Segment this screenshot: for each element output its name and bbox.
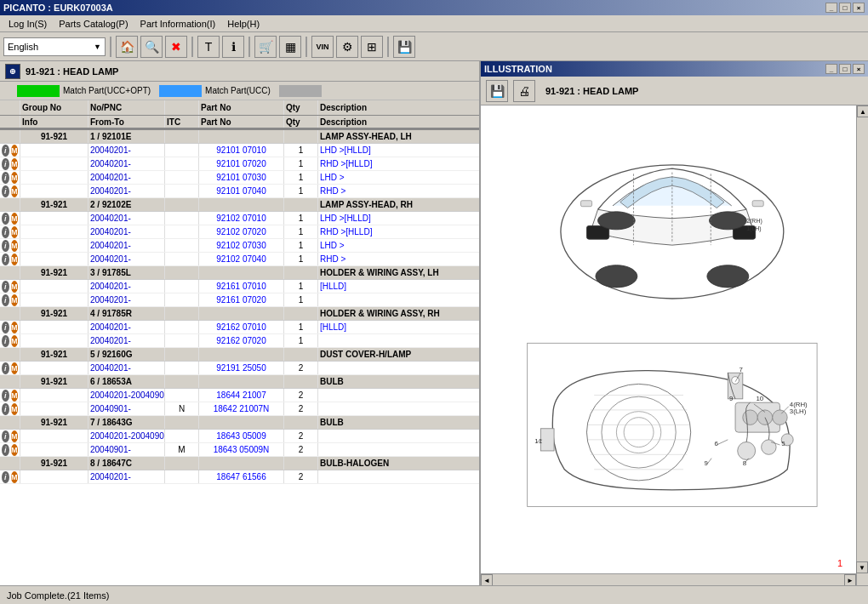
- cell-from-to[interactable]: 20040201-: [89, 239, 165, 252]
- from-to-link[interactable]: 20040201-: [90, 159, 131, 168]
- info-button[interactable]: ℹ: [222, 36, 244, 58]
- illustration-scrollbar-right[interactable]: ▲ ▼: [856, 105, 868, 585]
- m-icon[interactable]: M: [11, 254, 19, 265]
- info-icon[interactable]: i: [2, 158, 9, 170]
- part-row[interactable]: i M 20040201- 18647 61566 2: [0, 470, 479, 484]
- cell-part-no[interactable]: 92162 07020: [199, 334, 284, 347]
- cart-button[interactable]: 🛒: [254, 36, 277, 58]
- cell-part-no[interactable]: 18643 05009N: [199, 443, 284, 456]
- cell-part-no[interactable]: 18644 21007: [199, 389, 284, 402]
- part-no-text[interactable]: 92162 07010: [216, 322, 266, 332]
- scroll-right-arrow[interactable]: ►: [844, 574, 856, 585]
- part-no-text[interactable]: 92101 07040: [216, 186, 266, 196]
- part-no-text[interactable]: 18642 21007N: [214, 404, 270, 413]
- part-row[interactable]: i M 20040201- 92161 07010 1 [HLLD]: [0, 280, 479, 293]
- from-to-link[interactable]: 20040201-: [90, 173, 131, 182]
- info-icon[interactable]: i: [2, 240, 9, 252]
- from-to-link[interactable]: 20040201-: [90, 241, 131, 250]
- text-button[interactable]: T: [197, 36, 220, 58]
- cell-part-no[interactable]: 92162 07010: [199, 321, 284, 333]
- cell-part-no[interactable]: 92101 07020: [199, 157, 284, 170]
- part-row[interactable]: i M 20040201- 92162 07020 1: [0, 334, 479, 348]
- menu-part-info[interactable]: Part Information(I): [135, 17, 221, 31]
- part-no-text[interactable]: 92101 07020: [216, 159, 266, 168]
- part-no-text[interactable]: 18643 05009N: [214, 445, 270, 454]
- vin-button[interactable]: VIN: [311, 36, 334, 58]
- info-icon[interactable]: i: [2, 254, 9, 265]
- delete-button[interactable]: ✖: [165, 36, 187, 58]
- menu-login[interactable]: Log In(S): [3, 17, 52, 31]
- cell-from-to[interactable]: 20040201-: [89, 225, 165, 238]
- m-icon[interactable]: M: [11, 390, 19, 402]
- minimize-button[interactable]: _: [825, 3, 837, 13]
- menu-help[interactable]: Help(H): [222, 17, 265, 31]
- part-no-text[interactable]: 92101 07030: [216, 173, 266, 182]
- cell-from-to[interactable]: 20040201-: [89, 334, 165, 347]
- m-icon[interactable]: M: [11, 145, 19, 157]
- info-icon[interactable]: i: [2, 444, 9, 456]
- part-row[interactable]: i M 20040901- M 18643 05009N 2: [0, 443, 479, 457]
- cell-from-to[interactable]: 20040201-: [89, 253, 165, 265]
- cell-from-to[interactable]: 20040201-: [89, 157, 165, 170]
- info-icon[interactable]: i: [2, 145, 9, 157]
- from-to-link[interactable]: 20040201-2004090: [90, 390, 164, 400]
- illus-window-controls[interactable]: _ □ ×: [825, 64, 865, 74]
- search-button[interactable]: 🔍: [140, 36, 163, 58]
- from-to-link[interactable]: 20040201-: [90, 254, 131, 264]
- cell-from-to[interactable]: 20040201-: [89, 293, 165, 306]
- cell-from-to[interactable]: 20040201-: [89, 212, 165, 225]
- cell-part-no[interactable]: 92101 07040: [199, 185, 284, 197]
- m-icon[interactable]: M: [11, 185, 19, 197]
- part-no-text[interactable]: 92102 07040: [216, 254, 266, 264]
- m-icon[interactable]: M: [11, 471, 19, 483]
- part-no-text[interactable]: 92161 07010: [216, 282, 266, 291]
- cell-from-to[interactable]: 20040201-: [89, 171, 165, 184]
- cell-part-no[interactable]: 92102 07030: [199, 239, 284, 252]
- part-row[interactable]: i M 20040201-2004090 18643 05009 2: [0, 430, 479, 443]
- m-icon[interactable]: M: [11, 294, 19, 306]
- from-to-link[interactable]: 20040201-: [90, 282, 131, 291]
- from-to-link[interactable]: 20040201-: [90, 363, 131, 373]
- m-icon[interactable]: M: [11, 226, 19, 238]
- scroll-down-arrow[interactable]: ▼: [856, 561, 868, 573]
- part-row[interactable]: i M 20040201- 92191 25050 2: [0, 362, 479, 375]
- cell-part-no[interactable]: 92191 25050: [199, 362, 284, 374]
- from-to-link[interactable]: 20040201-2004090: [90, 431, 164, 441]
- illus-print-btn[interactable]: 🖨: [513, 80, 535, 102]
- part-row[interactable]: i M 20040201- 92102 07040 1 RHD >: [0, 253, 479, 266]
- from-to-link[interactable]: 20040201-: [90, 295, 131, 305]
- part-no-text[interactable]: 92162 07020: [216, 336, 266, 345]
- maximize-button[interactable]: □: [839, 3, 851, 13]
- illus-minimize-btn[interactable]: _: [825, 64, 837, 74]
- info-icon[interactable]: i: [2, 322, 9, 333]
- part-row[interactable]: i M 20040201- 92102 07010 1 LHD >[HLLD]: [0, 212, 479, 225]
- cell-part-no[interactable]: 92102 07020: [199, 225, 284, 238]
- from-to-link[interactable]: 20040901-: [90, 404, 131, 413]
- tool5-button[interactable]: ⚙: [336, 36, 358, 58]
- part-row[interactable]: i M 20040201- 92102 07020 1 RHD >[HLLD]: [0, 225, 479, 239]
- info-icon[interactable]: i: [2, 281, 9, 293]
- cell-part-no[interactable]: 92102 07040: [199, 253, 284, 265]
- cell-from-to[interactable]: 20040901-: [89, 402, 165, 415]
- info-icon[interactable]: i: [2, 430, 9, 442]
- cell-from-to[interactable]: 20040201-: [89, 144, 165, 157]
- part-no-text[interactable]: 92102 07010: [216, 214, 266, 223]
- cell-from-to[interactable]: 20040901-: [89, 443, 165, 456]
- cell-from-to[interactable]: 20040201-: [89, 362, 165, 374]
- info-icon[interactable]: i: [2, 362, 9, 374]
- info-icon[interactable]: i: [2, 335, 9, 347]
- part-row[interactable]: i M 20040201- 92101 07010 1 LHD >[HLLD]: [0, 144, 479, 157]
- cell-from-to[interactable]: 20040201-2004090: [89, 430, 165, 442]
- m-icon[interactable]: M: [11, 172, 19, 184]
- barcode-button[interactable]: ▦: [279, 36, 301, 58]
- part-no-text[interactable]: 92102 07020: [216, 227, 266, 236]
- cell-from-to[interactable]: 20040201-: [89, 280, 165, 293]
- menu-parts-catalog[interactable]: Parts Catalog(P): [54, 17, 133, 31]
- m-icon[interactable]: M: [11, 403, 19, 415]
- m-icon[interactable]: M: [11, 362, 19, 374]
- from-to-link[interactable]: 20040901-: [90, 445, 131, 454]
- part-no-text[interactable]: 92161 07020: [216, 295, 266, 305]
- from-to-link[interactable]: 20040201-: [90, 227, 131, 236]
- cell-part-no[interactable]: 18647 61566: [199, 470, 284, 483]
- cell-part-no[interactable]: 92101 07030: [199, 171, 284, 184]
